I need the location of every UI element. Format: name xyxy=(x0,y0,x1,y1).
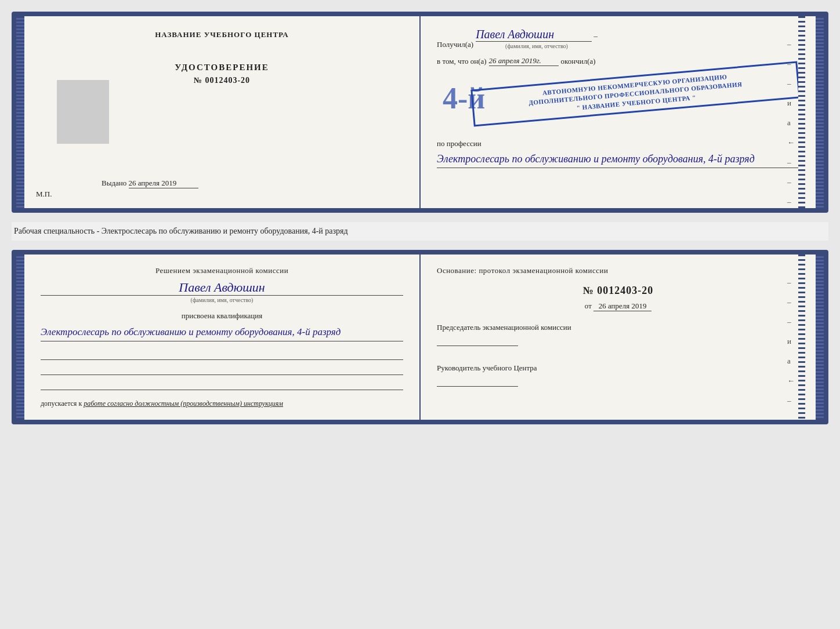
recipient-subtitle: (фамилия, имя, отчество) xyxy=(476,43,598,49)
protocol-number: № 0012403-20 xyxy=(437,285,799,297)
page-wrapper: НАЗВАНИЕ УЧЕБНОГО ЦЕНТРА УДОСТОВЕРЕНИЕ №… xyxy=(12,12,828,424)
profession-value: Электрослесарь по обслуживанию и ремонту… xyxy=(437,151,799,168)
recipient-line: Получил(а) Павел Авдюшин – (фамилия, имя… xyxy=(437,28,799,49)
issued-date: 26 апреля 2019 xyxy=(129,179,198,188)
org-stamp: АВТОНОМНУЮ НЕКОММЕРЧЕСКУЮ ОРГАНИЗАЦИЮ ДО… xyxy=(470,61,800,127)
qualification-value: Электрослесарь по обслуживанию и ремонту… xyxy=(41,324,403,341)
sig-line-3 xyxy=(41,379,403,390)
profession-label: по профессии xyxy=(437,139,799,148)
head-sig-line xyxy=(437,375,518,387)
ot-prefix: от xyxy=(585,301,592,310)
top-left-title: НАЗВАНИЕ УЧЕБНОГО ЦЕНТРА xyxy=(41,30,403,39)
chairman-sig-line xyxy=(437,335,518,346)
head-label-text: Руководитель учебного Центра xyxy=(437,363,537,372)
bottom-booklet: Решением экзаменационной комиссии Павел … xyxy=(12,250,828,424)
bottom-left-page: Решением экзаменационной комиссии Павел … xyxy=(24,254,421,420)
vtom-line: в том, что он(а) 26 апреля 2019г. окончи… xyxy=(437,56,799,66)
signature-lines xyxy=(41,348,403,390)
top-booklet-spine xyxy=(16,16,24,208)
bottom-right-dashes: – – – и а ← – – – – xyxy=(787,278,795,424)
mp-label: М.П. xyxy=(36,190,52,199)
stamp-area: 4-й АВТОНОМНУЮ НЕКОММЕРЧЕСКУЮ ОРГАНИЗАЦИ… xyxy=(437,70,799,133)
bottom-booklet-left-strip xyxy=(16,254,24,420)
допускается-label: допускается к xyxy=(41,399,82,408)
допускается-value: работе согласно должностным (производств… xyxy=(84,399,283,408)
head-label: Руководитель учебного Центра xyxy=(437,363,799,387)
fio-subtitle-bottom: (фамилия, имя, отчество) xyxy=(41,297,403,303)
bottom-booklet-right-strip xyxy=(816,254,824,420)
chairman-label: Председатель экзаменационной комиссии xyxy=(437,323,799,346)
допускается-line: допускается к работе согласно должностны… xyxy=(41,399,403,408)
sig-line-2 xyxy=(41,363,403,375)
photo-placeholder xyxy=(57,80,109,144)
top-left-page: НАЗВАНИЕ УЧЕБНОГО ЦЕНТРА УДОСТОВЕРЕНИЕ №… xyxy=(24,16,421,208)
decision-heading: Решением экзаменационной комиссии xyxy=(41,266,403,275)
person-name-bottom: Павел Авдюшин xyxy=(41,280,403,296)
osnov-label: Основание: протокол экзаменационной коми… xyxy=(437,266,799,275)
top-right-page: Получил(а) Павел Авдюшин – (фамилия, имя… xyxy=(421,16,816,208)
okoncil: окончил(а) xyxy=(561,57,596,66)
chairman-label-text: Председатель экзаменационной комиссии xyxy=(437,323,571,332)
ot-line: от 26 апреля 2019 xyxy=(437,301,799,311)
issued-line: Выдано 26 апреля 2019 xyxy=(102,179,403,188)
top-booklet-right-strip xyxy=(816,16,824,208)
vtom-date: 26 апреля 2019г. xyxy=(489,56,559,66)
right-dashes: – – – и а ← – – – – xyxy=(787,39,795,213)
sig-line-1 xyxy=(41,348,403,360)
ot-date: 26 апреля 2019 xyxy=(593,301,651,311)
recipient-name: Павел Авдюшин xyxy=(476,28,592,42)
qualification-label: присвоена квалификация xyxy=(41,311,403,321)
bottom-right-page: Основание: протокол экзаменационной коми… xyxy=(421,254,816,420)
top-booklet: НАЗВАНИЕ УЧЕБНОГО ЦЕНТРА УДОСТОВЕРЕНИЕ №… xyxy=(12,12,828,213)
recipient-prefix: Получил(а) xyxy=(437,40,473,49)
between-text: Рабочая специальность - Электрослесарь п… xyxy=(12,222,828,241)
cert-title: УДОСТОВЕРЕНИЕ xyxy=(41,63,403,72)
vtom-prefix: в том, что он(а) xyxy=(437,57,487,66)
issued-label: Выдано xyxy=(102,179,126,187)
